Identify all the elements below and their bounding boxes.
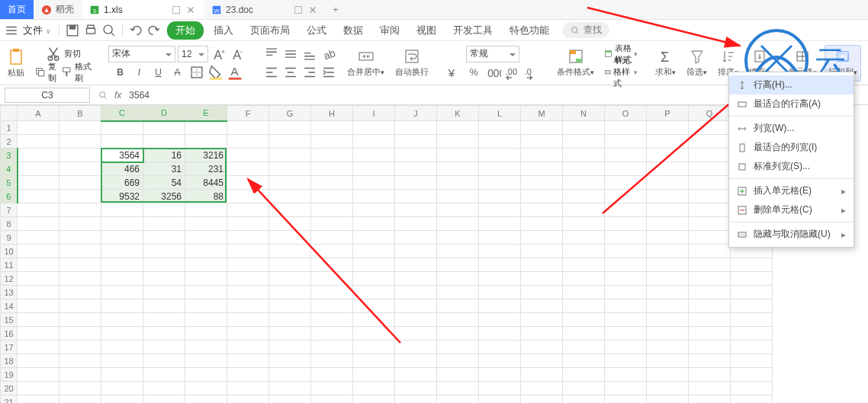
- align-bottom-icon[interactable]: [301, 46, 318, 62]
- cell[interactable]: [185, 286, 227, 299]
- row-header[interactable]: 4: [1, 162, 18, 176]
- cell[interactable]: [59, 341, 101, 354]
- cell[interactable]: [395, 382, 437, 395]
- cell[interactable]: 31: [143, 162, 185, 176]
- cell[interactable]: [479, 217, 521, 231]
- row-header[interactable]: 8: [1, 217, 18, 231]
- cell[interactable]: [731, 341, 773, 354]
- cell[interactable]: [563, 203, 605, 217]
- copy-icon[interactable]: [34, 64, 46, 81]
- cell[interactable]: 3564: [101, 149, 143, 162]
- cell[interactable]: [269, 245, 311, 258]
- tab-file-xls[interactable]: S 1.xls: [82, 0, 204, 19]
- ctx-hide-unhide[interactable]: 隐藏与取消隐藏(U)▸: [729, 225, 854, 244]
- align-middle-icon[interactable]: [282, 46, 299, 62]
- row-header[interactable]: 9: [1, 231, 18, 245]
- cell[interactable]: [227, 313, 269, 327]
- cell[interactable]: [479, 176, 521, 190]
- cell[interactable]: [605, 286, 647, 299]
- pin-icon[interactable]: [293, 5, 304, 15]
- cell[interactable]: [437, 245, 479, 258]
- formula-value[interactable]: 3564: [129, 90, 149, 101]
- cell[interactable]: [227, 368, 269, 382]
- cell[interactable]: [143, 382, 185, 395]
- cell[interactable]: [59, 121, 101, 135]
- row-header[interactable]: 14: [1, 299, 18, 313]
- cell[interactable]: [731, 313, 773, 327]
- ribbon-tab-special[interactable]: 特色功能: [503, 21, 556, 40]
- cell[interactable]: [101, 245, 143, 258]
- cell[interactable]: [437, 354, 479, 368]
- cell[interactable]: [311, 231, 353, 245]
- cell[interactable]: [311, 135, 353, 149]
- cell[interactable]: [311, 203, 353, 217]
- cell[interactable]: [395, 272, 437, 286]
- cell[interactable]: [18, 203, 59, 217]
- cell[interactable]: [521, 190, 563, 203]
- cell[interactable]: [437, 217, 479, 231]
- cell[interactable]: [311, 341, 353, 354]
- cell[interactable]: [18, 299, 59, 313]
- cell[interactable]: [353, 286, 395, 299]
- cell[interactable]: [101, 135, 143, 149]
- cell[interactable]: [59, 313, 101, 327]
- cell[interactable]: [143, 341, 185, 354]
- row-header[interactable]: 2: [1, 135, 18, 149]
- cell[interactable]: [605, 382, 647, 395]
- fx-icon[interactable]: fx: [114, 90, 121, 101]
- cell[interactable]: [395, 162, 437, 176]
- cell[interactable]: [143, 299, 185, 313]
- cell[interactable]: [605, 354, 647, 368]
- cell[interactable]: [185, 368, 227, 382]
- cell[interactable]: 16: [143, 149, 185, 162]
- cell[interactable]: [227, 176, 269, 190]
- font-name-select[interactable]: 宋体: [108, 46, 175, 62]
- cell[interactable]: [647, 368, 689, 382]
- cell[interactable]: [353, 368, 395, 382]
- cell[interactable]: [59, 382, 101, 395]
- wrap-button[interactable]: 自动换行: [392, 45, 432, 82]
- cell[interactable]: [605, 217, 647, 231]
- cell[interactable]: [227, 395, 269, 404]
- save-icon[interactable]: [64, 22, 81, 39]
- cell[interactable]: [647, 299, 689, 313]
- cell[interactable]: [647, 135, 689, 149]
- italic-icon[interactable]: I: [131, 64, 148, 81]
- cell[interactable]: [689, 299, 731, 313]
- cell[interactable]: [437, 272, 479, 286]
- cell[interactable]: [437, 121, 479, 135]
- cell[interactable]: [59, 190, 101, 203]
- cell[interactable]: [311, 368, 353, 382]
- cell[interactable]: [311, 286, 353, 299]
- search-box[interactable]: 查找: [562, 22, 609, 38]
- cell[interactable]: [185, 341, 227, 354]
- cell[interactable]: [269, 190, 311, 203]
- cut-icon[interactable]: [45, 46, 62, 62]
- fill-color-icon[interactable]: [207, 64, 224, 81]
- cell[interactable]: [353, 354, 395, 368]
- cell[interactable]: [353, 162, 395, 176]
- cell[interactable]: [605, 135, 647, 149]
- cell[interactable]: [143, 354, 185, 368]
- cell[interactable]: [437, 299, 479, 313]
- cell[interactable]: [605, 395, 647, 404]
- cell[interactable]: [563, 368, 605, 382]
- cell[interactable]: [311, 149, 353, 162]
- cell[interactable]: 3216: [185, 149, 227, 162]
- col-header[interactable]: C: [101, 106, 143, 121]
- cell[interactable]: [437, 258, 479, 272]
- cell[interactable]: [18, 190, 59, 203]
- cell[interactable]: [395, 258, 437, 272]
- ribbon-tab-view[interactable]: 视图: [410, 21, 443, 40]
- cell[interactable]: [605, 176, 647, 190]
- cell[interactable]: [647, 176, 689, 190]
- cell[interactable]: [269, 231, 311, 245]
- cell[interactable]: [563, 341, 605, 354]
- ctx-std-col-width[interactable]: 标准列宽(S)...: [729, 157, 854, 176]
- cell[interactable]: [227, 162, 269, 176]
- cell[interactable]: [479, 354, 521, 368]
- cell[interactable]: [395, 203, 437, 217]
- cell[interactable]: [395, 190, 437, 203]
- cell[interactable]: [521, 149, 563, 162]
- cell[interactable]: [605, 272, 647, 286]
